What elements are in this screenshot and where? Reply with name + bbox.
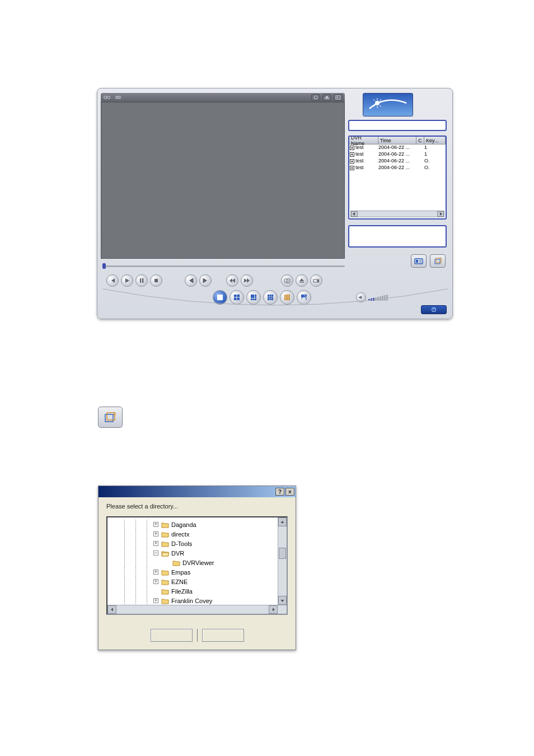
volume-control[interactable] [356, 292, 388, 302]
svg-rect-48 [270, 298, 271, 300]
folder-icon [172, 559, 180, 566]
event-listbox[interactable]: DVR Name Time C Key... test2004-06-22 ..… [348, 136, 447, 220]
tree-expand-toggle[interactable]: + [153, 531, 158, 536]
titlebar-btn-1[interactable] [311, 94, 320, 101]
list-row[interactable]: test2004-06-22 ...1 [349, 144, 446, 151]
mute-button[interactable] [356, 292, 366, 302]
svg-rect-30 [217, 295, 223, 300]
pause-button[interactable] [135, 274, 148, 287]
layout-4-button[interactable] [229, 290, 244, 305]
tree-item[interactable]: +Daganda [107, 520, 214, 529]
volume-bar[interactable] [386, 295, 388, 301]
fast-button[interactable] [241, 274, 253, 287]
tree-item-label: DVR [171, 550, 184, 557]
svg-rect-3 [119, 96, 120, 99]
list-h-scrollbar[interactable] [350, 211, 444, 217]
detail-box [348, 225, 447, 248]
tree-item-label: directx [171, 531, 189, 538]
video-area [101, 102, 345, 259]
tree-item[interactable]: +directx [107, 529, 214, 539]
svg-rect-61 [289, 297, 290, 298]
tree-h-scrollbar[interactable] [107, 605, 287, 614]
slow-button[interactable] [226, 274, 238, 287]
scroll-right-button[interactable] [269, 605, 278, 614]
folder-browse-dialog: ? × Please select a directory... +Dagand… [98, 486, 296, 650]
row-key: 1 [424, 151, 446, 158]
link-icon [114, 94, 122, 101]
layout-6-button[interactable] [246, 290, 261, 305]
folder-icon [161, 550, 169, 557]
volume-bar[interactable] [384, 295, 386, 301]
open-folder-button-standalone[interactable] [98, 407, 123, 428]
svg-rect-45 [270, 297, 271, 298]
tree-expand-toggle[interactable]: + [153, 522, 158, 527]
scroll-left-button[interactable] [351, 211, 358, 217]
layout-9-button[interactable] [263, 290, 278, 305]
scroll-down-button[interactable] [278, 596, 287, 605]
svg-rect-63 [286, 299, 287, 300]
dialog-close-button[interactable]: × [285, 488, 294, 496]
svg-rect-56 [287, 296, 288, 297]
open-folder-button[interactable] [430, 254, 446, 268]
volume-bar[interactable] [371, 298, 372, 301]
tree-v-scrollbar[interactable] [278, 517, 287, 605]
list-header-time[interactable]: Time [378, 137, 416, 144]
volume-bar[interactable] [382, 296, 383, 301]
list-header-c[interactable]: C [416, 137, 424, 144]
titlebar-btn-3[interactable] [334, 94, 343, 101]
tree-item[interactable]: +EZNE [107, 577, 214, 586]
folder-treeview[interactable]: +Daganda+directx+D-Tools−DVRDVRViewer+Em… [106, 516, 288, 615]
layout-1-button[interactable] [213, 290, 227, 305]
scroll-thumb[interactable] [279, 548, 286, 559]
titlebar-eject-icon[interactable] [322, 94, 331, 101]
power-button[interactable] [421, 305, 447, 314]
tree-expand-toggle[interactable]: + [153, 570, 158, 575]
search-field[interactable] [348, 120, 447, 131]
player-titlebar [101, 93, 345, 102]
prev-button[interactable] [106, 274, 119, 287]
dialog-ok-button[interactable] [151, 629, 193, 642]
step-fwd-button[interactable] [199, 274, 212, 287]
tree-item[interactable]: FileZilla [107, 586, 214, 596]
svg-point-0 [104, 96, 107, 99]
scroll-right-button[interactable] [437, 211, 444, 217]
tree-item[interactable]: +D-Tools [107, 539, 214, 548]
tree-expand-toggle[interactable]: + [153, 541, 158, 546]
volume-bar[interactable] [380, 296, 381, 301]
volume-bar[interactable] [373, 298, 374, 301]
scroll-up-button[interactable] [278, 517, 287, 526]
svg-rect-34 [237, 298, 240, 301]
list-header-key[interactable]: Key... [424, 137, 446, 144]
dialog-help-button[interactable]: ? [275, 488, 284, 496]
list-row[interactable]: test2004-06-22 ...O. [349, 165, 446, 171]
camera-button[interactable] [310, 274, 322, 287]
stop-button[interactable] [150, 274, 162, 287]
dialog-cancel-button[interactable] [202, 629, 244, 642]
seek-slider[interactable] [104, 263, 345, 269]
tree-item[interactable]: −DVR [107, 548, 214, 558]
layout-rotate-button[interactable] [297, 290, 311, 305]
step-back-button[interactable] [185, 274, 197, 287]
svg-rect-59 [286, 297, 287, 298]
play-button[interactable] [121, 274, 133, 287]
list-row[interactable]: test2004-06-22 ...O. [349, 158, 446, 165]
volume-bars[interactable] [368, 294, 388, 301]
tree-item[interactable]: DVRViewer [107, 558, 214, 567]
volume-bar[interactable] [377, 297, 379, 301]
snapshot-button[interactable] [281, 274, 293, 287]
tree-expand-toggle[interactable]: + [153, 579, 158, 584]
row-key: O. [424, 165, 446, 171]
volume-bar[interactable] [375, 297, 377, 301]
eject-button[interactable] [296, 274, 308, 287]
row-icon [349, 144, 355, 151]
tree-expand-toggle[interactable]: + [153, 598, 158, 603]
list-header-name[interactable]: DVR Name [349, 137, 378, 144]
tree-item[interactable]: +Empas [107, 567, 214, 577]
list-row[interactable]: test2004-06-22 ...1 [349, 151, 446, 158]
id-card-button[interactable] [411, 254, 427, 268]
scroll-left-button[interactable] [107, 605, 116, 614]
tree-expand-toggle[interactable]: − [153, 550, 158, 556]
volume-bar[interactable] [368, 299, 370, 301]
tree-item[interactable]: +Franklin Covey [107, 596, 214, 605]
layout-16-button[interactable] [280, 290, 294, 305]
